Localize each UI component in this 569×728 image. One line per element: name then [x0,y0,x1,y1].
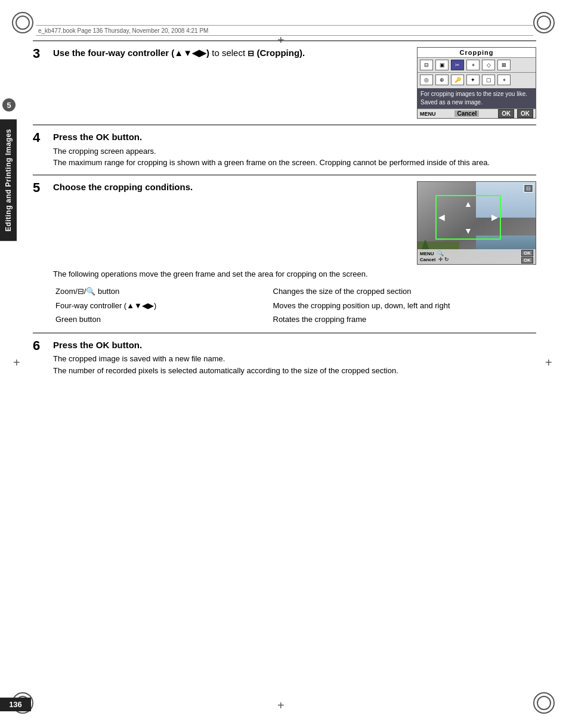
op-row-3: Green button Rotates the cropping frame [53,312,536,327]
step-3-image: Cropping ⊟ ▣ ✂ ⌖ ◇ ⊠ ◎ ⊕ [417,47,536,119]
crop-frame: ▲ ◀ ▶ ▼ [435,195,501,240]
step-6-content: Press the OK button. The cropped image i… [53,339,536,377]
op-control-2: Four-way controller (▲▼◀▶) [53,299,271,313]
step-3: 3 Use the four-way controller (▲▼◀▶) to … [33,41,536,125]
cropping-menu-screen: Cropping ⊟ ▣ ✂ ⌖ ◇ ⊠ ◎ ⊕ [417,47,536,119]
reg-mark-right [546,358,558,370]
step-4-number: 4 [33,131,50,169]
camera-bottom-bar: MENU Cancel OK OK [418,109,536,118]
step-4-body: The cropping screen appears. The maximum… [53,145,536,169]
cropping-screen: ▲ ◀ ▶ ▼ ⊟ MENU 🔍 Cancel [417,181,536,265]
crop-screen-icon: ⊟ [524,184,533,193]
step-3-text: Use the four-way controller (▲▼◀▶) to se… [53,47,410,119]
step-4-content: Press the OK button. The cropping screen… [53,131,536,169]
arrow-left: ◀ [438,212,445,222]
cam-icon-5: ◇ [482,60,495,70]
operations-table: Zoom/⊟/🔍 button Changes the size of the … [53,284,536,327]
ok-label: OK [498,109,514,118]
header-bar: e_kb477.book Page 136 Thursday, November… [36,25,533,36]
crop-bottom-bar: MENU 🔍 Cancel ✛ ↻ OK OK [418,249,536,264]
camera-icons-row2: ◎ ⊕ 🔑 ✦ ▢ ⌖ [418,73,536,87]
cam-icon-6: ⊠ [497,60,511,70]
cam-icon-12: ⌖ [497,75,511,85]
op-action-1: Changes the size of the cropped section [271,284,537,299]
camera-icons-row1: ⊟ ▣ ✂ ⌖ ◇ ⊠ [418,58,536,73]
crop-ok-1: OK [521,250,533,256]
page-number: 136 [0,698,31,711]
step-3-title: Use the four-way controller (▲▼◀▶) to se… [53,47,410,59]
cam-icon-crop: ✂ [451,60,464,70]
step-5-title: Choose the cropping conditions. [53,181,410,193]
main-content: 3 Use the four-way controller (▲▼◀▶) to … [33,41,536,692]
arrow-up: ▲ [464,199,472,209]
chapter-number-circle: 5 [2,98,16,111]
ok-area: OK OK [498,110,533,117]
step-6-body: The cropped image is saved with a new fi… [53,353,536,376]
step-6-title: Press the OK button. [53,339,536,351]
chapter-tab: Editing and Printing Images [0,119,17,241]
menu-text: MENU [420,251,434,256]
step-3-content: Use the four-way controller (▲▼◀▶) to se… [53,47,536,119]
move-icon: ✛ [438,256,443,262]
zoom-icon: 🔍 [437,250,444,256]
step-5: 5 Choose the cropping conditions. [33,175,536,333]
step-5-number: 5 [33,181,50,327]
camera-desc: For cropping images to the size you like… [418,88,536,109]
cam-icon-11: ▢ [482,75,495,85]
cam-icon-10: ✦ [466,75,480,85]
corner-tl [12,12,36,36]
step-6: 6 Press the OK button. The cropped image… [33,333,536,383]
crop-ok-area: OK OK [521,250,533,264]
corner-br [533,692,557,716]
step-5-text: Choose the cropping conditions. [53,181,410,265]
op-control-1: Zoom/⊟/🔍 button [53,284,271,299]
header-text: e_kb477.book Page 136 Thursday, November… [38,27,208,34]
menu-label: MENU [420,111,436,117]
step-3-number: 3 [33,47,50,119]
cam-icon-2: ▣ [435,60,449,70]
ok-label2: OK [517,109,533,118]
step-6-number: 6 [33,339,50,377]
step-4: 4 Press the OK button. The cropping scre… [33,125,536,175]
op-action-2: Moves the cropping position up, down, le… [271,299,537,313]
arrow-down: ▼ [464,226,472,236]
step-5-image: ▲ ◀ ▶ ▼ ⊟ MENU 🔍 Cancel [417,181,536,265]
cancel-text: Cancel [420,257,435,262]
cam-icon-9: 🔑 [451,75,464,85]
crop-ok-2: OK [521,257,533,264]
op-row-2: Four-way controller (▲▼◀▶) Moves the cro… [53,299,536,313]
cam-icon-7: ◎ [420,75,433,85]
step-4-title: Press the OK button. [53,131,536,143]
arrow-right: ▶ [491,212,498,222]
corner-tr [533,12,557,36]
cam-icon-4: ⌖ [466,60,480,70]
rotate-icon: ↻ [444,256,449,262]
cam-icon-1: ⊟ [420,60,433,70]
op-action-3: Rotates the cropping frame [271,312,537,327]
camera-title: Cropping [418,48,536,58]
crop-left-controls: MENU 🔍 Cancel ✛ ↻ [420,250,449,262]
cancel-label: Cancel [454,110,479,117]
op-control-3: Green button [53,312,271,327]
step-5-content: Choose the cropping conditions. [53,181,536,327]
reg-mark-left [14,358,26,370]
reg-mark-bottom [279,701,290,713]
cam-icon-8: ⊕ [435,75,449,85]
step-5-body: The following operations move the green … [53,268,536,327]
op-row-1: Zoom/⊟/🔍 button Changes the size of the … [53,284,536,299]
